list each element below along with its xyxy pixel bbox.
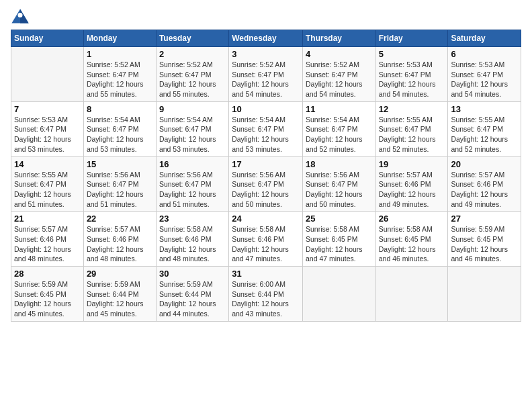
day-info: Sunrise: 5:56 AM Sunset: 6:47 PM Dayligh…: [159, 170, 226, 210]
day-info: Sunrise: 5:59 AM Sunset: 6:44 PM Dayligh…: [87, 279, 153, 319]
calendar-header-saturday: Saturday: [448, 30, 521, 47]
calendar-cell: 11Sunrise: 5:54 AM Sunset: 6:47 PM Dayli…: [302, 101, 375, 156]
calendar-cell: 15Sunrise: 5:56 AM Sunset: 6:47 PM Dayli…: [83, 156, 156, 212]
calendar-cell: 6Sunrise: 5:53 AM Sunset: 6:47 PM Daylig…: [448, 47, 521, 102]
day-info: Sunrise: 5:54 AM Sunset: 6:47 PM Dayligh…: [87, 115, 153, 154]
day-info: Sunrise: 6:00 AM Sunset: 6:44 PM Dayligh…: [232, 279, 300, 319]
day-number: 22: [87, 214, 153, 224]
calendar-header-monday: Monday: [83, 30, 156, 47]
calendar-cell: 24Sunrise: 5:58 AM Sunset: 6:46 PM Dayli…: [229, 212, 303, 267]
calendar-cell: 16Sunrise: 5:56 AM Sunset: 6:47 PM Dayli…: [156, 156, 228, 212]
day-info: Sunrise: 5:59 AM Sunset: 6:45 PM Dayligh…: [451, 224, 518, 264]
day-number: 27: [451, 214, 518, 224]
day-info: Sunrise: 5:53 AM Sunset: 6:47 PM Dayligh…: [451, 60, 518, 99]
day-number: 2: [159, 49, 226, 59]
calendar-cell: 7Sunrise: 5:53 AM Sunset: 6:47 PM Daylig…: [11, 101, 84, 156]
day-number: 4: [306, 49, 373, 59]
calendar-header-row: SundayMondayTuesdayWednesdayThursdayFrid…: [11, 30, 521, 47]
calendar-cell: 4Sunrise: 5:52 AM Sunset: 6:47 PM Daylig…: [302, 47, 375, 102]
calendar-cell: 9Sunrise: 5:54 AM Sunset: 6:47 PM Daylig…: [156, 101, 228, 156]
day-number: 26: [379, 214, 445, 224]
day-info: Sunrise: 5:52 AM Sunset: 6:47 PM Dayligh…: [87, 60, 153, 99]
day-info: Sunrise: 5:59 AM Sunset: 6:45 PM Dayligh…: [14, 279, 81, 319]
day-number: 31: [232, 269, 300, 279]
calendar-cell: 8Sunrise: 5:54 AM Sunset: 6:47 PM Daylig…: [83, 101, 156, 156]
calendar-week-row: 14Sunrise: 5:55 AM Sunset: 6:47 PM Dayli…: [11, 156, 521, 212]
day-number: 13: [451, 104, 518, 114]
day-info: Sunrise: 5:52 AM Sunset: 6:47 PM Dayligh…: [306, 60, 373, 99]
day-number: 3: [232, 49, 300, 59]
calendar-week-row: 21Sunrise: 5:57 AM Sunset: 6:46 PM Dayli…: [11, 212, 521, 267]
day-number: 11: [306, 104, 373, 114]
calendar-cell: 5Sunrise: 5:53 AM Sunset: 6:47 PM Daylig…: [375, 47, 448, 102]
calendar-header-tuesday: Tuesday: [156, 30, 228, 47]
calendar-cell: 17Sunrise: 5:56 AM Sunset: 6:47 PM Dayli…: [229, 156, 303, 212]
day-info: Sunrise: 5:57 AM Sunset: 6:46 PM Dayligh…: [451, 170, 518, 210]
day-info: Sunrise: 5:55 AM Sunset: 6:47 PM Dayligh…: [14, 170, 81, 210]
day-info: Sunrise: 5:54 AM Sunset: 6:47 PM Dayligh…: [159, 115, 226, 154]
day-number: 23: [159, 214, 226, 224]
day-info: Sunrise: 5:57 AM Sunset: 6:46 PM Dayligh…: [379, 170, 445, 210]
day-info: Sunrise: 5:58 AM Sunset: 6:46 PM Dayligh…: [159, 224, 226, 264]
day-number: 7: [14, 104, 81, 114]
calendar-cell: 26Sunrise: 5:58 AM Sunset: 6:45 PM Dayli…: [375, 212, 448, 267]
day-info: Sunrise: 5:56 AM Sunset: 6:47 PM Dayligh…: [306, 170, 373, 210]
calendar-cell: 30Sunrise: 5:59 AM Sunset: 6:44 PM Dayli…: [156, 267, 228, 322]
day-info: Sunrise: 5:58 AM Sunset: 6:45 PM Dayligh…: [379, 224, 445, 264]
calendar-cell: [375, 267, 448, 322]
day-number: 19: [379, 159, 445, 169]
day-info: Sunrise: 5:54 AM Sunset: 6:47 PM Dayligh…: [306, 115, 373, 154]
calendar-week-row: 28Sunrise: 5:59 AM Sunset: 6:45 PM Dayli…: [11, 267, 521, 322]
day-number: 21: [14, 214, 81, 224]
calendar-cell: 3Sunrise: 5:52 AM Sunset: 6:47 PM Daylig…: [229, 47, 303, 102]
calendar-header-friday: Friday: [375, 30, 448, 47]
day-number: 29: [87, 269, 153, 279]
calendar-cell: 10Sunrise: 5:54 AM Sunset: 6:47 PM Dayli…: [229, 101, 303, 156]
calendar-header-sunday: Sunday: [11, 30, 84, 47]
calendar-cell: 28Sunrise: 5:59 AM Sunset: 6:45 PM Dayli…: [11, 267, 84, 322]
calendar-cell: 2Sunrise: 5:52 AM Sunset: 6:47 PM Daylig…: [156, 47, 228, 102]
day-info: Sunrise: 5:57 AM Sunset: 6:46 PM Dayligh…: [87, 224, 153, 264]
calendar-cell: [448, 267, 521, 322]
day-number: 12: [379, 104, 445, 114]
day-number: 30: [159, 269, 226, 279]
calendar-cell: 22Sunrise: 5:57 AM Sunset: 6:46 PM Dayli…: [83, 212, 156, 267]
logo: [11, 7, 32, 26]
calendar-cell: 31Sunrise: 6:00 AM Sunset: 6:44 PM Dayli…: [229, 267, 303, 322]
day-info: Sunrise: 5:59 AM Sunset: 6:44 PM Dayligh…: [159, 279, 226, 319]
calendar-cell: 29Sunrise: 5:59 AM Sunset: 6:44 PM Dayli…: [83, 267, 156, 322]
calendar-header-wednesday: Wednesday: [229, 30, 303, 47]
calendar-cell: 1Sunrise: 5:52 AM Sunset: 6:47 PM Daylig…: [83, 47, 156, 102]
main-container: SundayMondayTuesdayWednesdayThursdayFrid…: [0, 0, 532, 328]
calendar-cell: 25Sunrise: 5:58 AM Sunset: 6:45 PM Dayli…: [302, 212, 375, 267]
day-number: 25: [306, 214, 373, 224]
calendar-cell: 13Sunrise: 5:55 AM Sunset: 6:47 PM Dayli…: [448, 101, 521, 156]
general-blue-logo-icon: [11, 7, 30, 26]
calendar-cell: 23Sunrise: 5:58 AM Sunset: 6:46 PM Dayli…: [156, 212, 228, 267]
day-number: 10: [232, 104, 300, 114]
day-number: 28: [14, 269, 81, 279]
day-info: Sunrise: 5:57 AM Sunset: 6:46 PM Dayligh…: [14, 224, 81, 264]
day-info: Sunrise: 5:53 AM Sunset: 6:47 PM Dayligh…: [14, 115, 81, 154]
calendar-header-thursday: Thursday: [302, 30, 375, 47]
calendar-table: SundayMondayTuesdayWednesdayThursdayFrid…: [11, 30, 521, 322]
header: [11, 7, 521, 26]
calendar-cell: 21Sunrise: 5:57 AM Sunset: 6:46 PM Dayli…: [11, 212, 84, 267]
day-number: 8: [87, 104, 153, 114]
calendar-cell: 12Sunrise: 5:55 AM Sunset: 6:47 PM Dayli…: [375, 101, 448, 156]
calendar-week-row: 1Sunrise: 5:52 AM Sunset: 6:47 PM Daylig…: [11, 47, 521, 102]
calendar-cell: [302, 267, 375, 322]
calendar-cell: 20Sunrise: 5:57 AM Sunset: 6:46 PM Dayli…: [448, 156, 521, 212]
day-info: Sunrise: 5:54 AM Sunset: 6:47 PM Dayligh…: [232, 115, 300, 154]
calendar-cell: [11, 47, 84, 102]
svg-point-2: [18, 13, 23, 17]
day-info: Sunrise: 5:56 AM Sunset: 6:47 PM Dayligh…: [232, 170, 300, 210]
calendar-cell: 14Sunrise: 5:55 AM Sunset: 6:47 PM Dayli…: [11, 156, 84, 212]
day-number: 17: [232, 159, 300, 169]
day-number: 1: [87, 49, 153, 59]
day-number: 18: [306, 159, 373, 169]
calendar-cell: 18Sunrise: 5:56 AM Sunset: 6:47 PM Dayli…: [302, 156, 375, 212]
day-number: 15: [87, 159, 153, 169]
day-info: Sunrise: 5:58 AM Sunset: 6:45 PM Dayligh…: [306, 224, 373, 264]
calendar-body: 1Sunrise: 5:52 AM Sunset: 6:47 PM Daylig…: [11, 47, 521, 322]
